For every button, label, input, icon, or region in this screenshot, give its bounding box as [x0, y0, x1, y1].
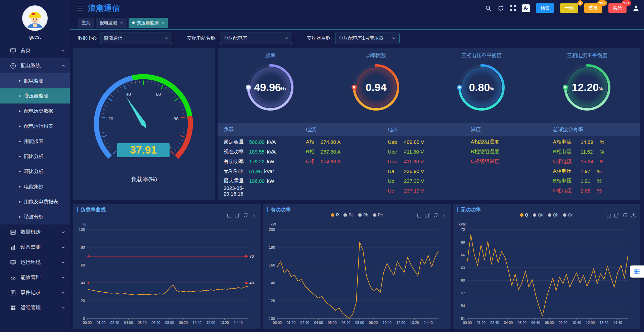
legend-item-P[interactable]: P: [331, 213, 339, 217]
sidebar-item-meter-reading[interactable]: •电能集抄: [0, 179, 70, 194]
tab-主页[interactable]: 主页: [78, 18, 94, 28]
ring-gauge: 49.96Hz: [242, 59, 298, 115]
chevron-down-icon: [61, 245, 65, 249]
tab-label: 变压器监测: [137, 20, 159, 26]
svg-text:04:00: 04:00: [314, 321, 323, 325]
legend-dot-icon: [331, 213, 334, 217]
sidebar-item-label: 谐波分析: [24, 214, 44, 220]
sliders-icon: [634, 268, 640, 275]
sidebar-item-label: 同比分析: [24, 153, 44, 160]
sidebar-item-ops-management[interactable]: 运维管理: [0, 300, 70, 315]
download-icon[interactable]: [631, 213, 636, 218]
column-header: 温度: [465, 126, 547, 133]
settings-slider-button[interactable]: [630, 265, 644, 278]
sidebar-item-yoy-analysis[interactable]: •同比分析: [0, 149, 70, 164]
column-header: 电压: [382, 126, 465, 133]
user-icon[interactable]: [633, 5, 639, 11]
svg-text:kW: kW: [271, 222, 276, 226]
legend-item-Qa[interactable]: Qa: [533, 213, 543, 217]
reactive-power-chart-panel: 无功功率QQaQbQc5154576063666972kVar00:0001:2…: [453, 204, 640, 329]
bullet-icon: •: [19, 78, 21, 84]
close-icon[interactable]: ×: [120, 20, 123, 25]
table-body: 额定容量500.00kVA视在功率189.55kVA有功功率179.22kW无功…: [218, 137, 640, 200]
svg-text:02:40: 02:40: [110, 321, 119, 325]
font-size-icon[interactable]: Ax: [522, 4, 530, 12]
load-rate-gauge-panel: 02040608010037.91 负载率(%): [73, 48, 215, 200]
restore-icon[interactable]: [614, 213, 619, 218]
refresh-icon[interactable]: [623, 213, 628, 218]
svg-text:120: 120: [269, 299, 275, 303]
refresh-icon[interactable]: [243, 213, 248, 218]
avatar[interactable]: [22, 5, 48, 31]
sidebar-item-energy-fee-report[interactable]: •用能及电费报表: [0, 194, 70, 209]
monitor-icon: [10, 48, 16, 54]
sidebar-item-power-report[interactable]: •配电运行报表: [0, 119, 70, 134]
sidebar-item-energy-report[interactable]: •用能报表: [0, 134, 70, 149]
alarm-urgent-button[interactable]: 紧急99+: [608, 3, 627, 13]
column-header: 电流: [300, 126, 382, 133]
alarm-important-button[interactable]: 重要99+: [584, 3, 602, 13]
sidebar-item-data-room[interactable]: 数据机房: [0, 224, 70, 240]
table-row: C相274.60 A: [306, 157, 382, 166]
table-row: Ua236.90 V: [388, 166, 465, 176]
sidebar-item-environment[interactable]: 运行环境: [0, 255, 70, 270]
legend-dot-icon: [373, 213, 376, 217]
transformer-select[interactable]: 中压配电室1号变压器: [335, 33, 400, 44]
table-row: A相绕组温度: [471, 137, 547, 147]
table-column: 额定容量500.00kVA视在功率189.55kVA有功功率179.22kW无功…: [218, 137, 300, 200]
svg-text:08:00: 08:00: [545, 321, 554, 325]
close-icon[interactable]: ×: [162, 20, 165, 25]
important-badge: 99+: [597, 0, 607, 6]
tab-配电监测[interactable]: 配电监测×: [96, 18, 127, 28]
gauge-label: 负载率(%): [73, 175, 215, 183]
tab-变压器监测[interactable]: 变压器监测×: [129, 18, 168, 28]
sidebar-item-home[interactable]: 首页: [0, 43, 70, 58]
restore-icon[interactable]: [425, 213, 430, 218]
download-icon[interactable]: [442, 213, 447, 218]
legend-item-Pa[interactable]: Pa: [343, 213, 354, 217]
sidebar-item-mom-analysis[interactable]: •环比分析: [0, 164, 70, 179]
app-title: 浪潮通信: [88, 3, 120, 13]
refresh-icon[interactable]: [433, 213, 438, 218]
data-zoom-icon[interactable]: [416, 213, 421, 218]
svg-text:20: 20: [108, 116, 113, 121]
data-zoom-icon[interactable]: [226, 213, 231, 218]
svg-text:12:00: 12:00: [586, 321, 595, 325]
sidebar-item-power-history[interactable]: •配电历史数据: [0, 103, 70, 119]
menu-toggle-icon[interactable]: [77, 4, 83, 12]
svg-text:63: 63: [461, 266, 465, 270]
sidebar-item-power-monitor[interactable]: •配电监测: [0, 73, 70, 88]
download-icon[interactable]: [251, 213, 257, 218]
legend-item-Qc[interactable]: Qc: [563, 213, 573, 217]
chevron-down-icon: [61, 276, 65, 280]
tab-label: 配电监测: [100, 20, 117, 26]
fullscreen-icon[interactable]: [510, 5, 516, 11]
table-row: C相电压2.08%: [553, 186, 640, 196]
ring-gauge: 0.80%: [454, 59, 509, 115]
alert-warning-button[interactable]: 预警: [536, 3, 554, 13]
legend-item-Pb[interactable]: Pb: [358, 213, 368, 217]
sidebar-item-event-log[interactable]: 事件记录: [0, 285, 70, 300]
alarm-general-button[interactable]: 一般4: [560, 3, 578, 13]
legend-dot-icon: [533, 213, 536, 217]
svg-text:08:00: 08:00: [355, 321, 364, 325]
data-center-select[interactable]: 浪潮通信: [100, 33, 172, 44]
bullet-icon: •: [19, 138, 21, 144]
station-select[interactable]: 中压配电室: [220, 33, 292, 44]
legend-item-Qb[interactable]: Qb: [548, 213, 558, 217]
table-row: A相电流14.69%: [553, 137, 640, 147]
data-zoom-icon[interactable]: [606, 213, 611, 218]
sidebar-item-transformer-monitor[interactable]: •变压器监测: [0, 88, 70, 103]
legend-item-Pc[interactable]: Pc: [373, 213, 383, 217]
sidebar-item-power-system[interactable]: 配电系统: [0, 58, 70, 73]
sidebar-item-device-monitor[interactable]: 设备监测: [0, 240, 70, 255]
bullet-icon: •: [19, 184, 21, 190]
search-icon[interactable]: [485, 5, 492, 11]
sidebar-item-harmonic-analysis[interactable]: •谐波分析: [0, 209, 70, 224]
legend-dot-icon: [343, 213, 347, 217]
legend-item-Q[interactable]: Q: [520, 213, 528, 217]
refresh-icon[interactable]: [498, 5, 504, 11]
restore-icon[interactable]: [235, 213, 240, 218]
svg-text:01:20: 01:20: [287, 321, 295, 325]
sidebar-item-energy-efficiency[interactable]: 能效管理: [0, 270, 70, 285]
